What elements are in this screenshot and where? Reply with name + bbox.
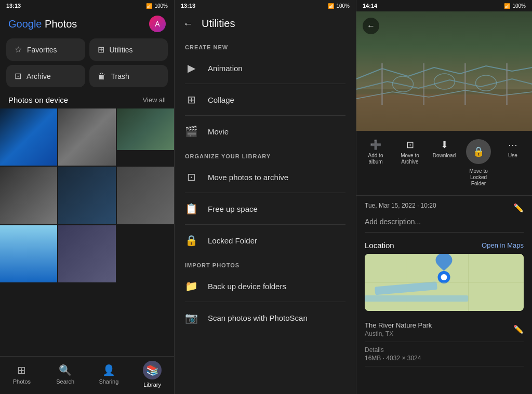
photoscan-item[interactable]: 📷 Scan photos with PhotoScan [175,304,356,331]
download-label: Download [433,153,456,159]
status-icons-2: 📶 100% [328,3,350,9]
photos-grid [0,108,174,284]
camera-icon: 📷 [185,311,197,324]
add-to-album-icon: ➕ [370,139,381,151]
status-time-2: 13:13 [181,3,195,9]
photos-section-title: Photos on device [8,96,68,104]
bottom-nav: ⊞ Photos 🔍 Search 👤 Sharing 📚 Library [0,356,174,394]
nav-sharing[interactable]: 👤 Sharing [87,364,131,385]
utilities-button[interactable]: ⊞ Utilities [89,38,168,61]
animation-item[interactable]: ▶ Animation [175,55,356,81]
status-bar-panel1: 13:13 📶 100% [0,0,174,11]
actions-bar: ➕ Add to album ⊡ Move to Archive ⬇ Downl… [356,131,532,196]
photo-thumb-2[interactable] [58,108,115,166]
backup-label: Back up device folders [208,282,286,291]
add-description[interactable]: Add description... [365,218,524,233]
svg-point-13 [441,274,447,280]
place-detail: Austin, TX [365,330,432,337]
divider-4 [185,224,345,225]
move-to-locked-action[interactable]: 🔒 Move to Locked Folder [461,137,496,189]
signal-icon-3: 📶 [504,3,510,9]
place-name: The River Nature Park [365,321,432,329]
battery-label: 100% [154,3,168,9]
movie-item[interactable]: 🎬 Movie [175,118,356,145]
place-name-row: The River Nature Park Austin, TX ✏️ [365,317,524,342]
google-photos-header: Google Photos A [0,11,174,38]
google-photos-title: Google Photos [8,18,77,30]
create-new-label: CREATE NEW [175,36,356,55]
status-icons-1: 📶 100% [146,3,168,9]
place-info: The River Nature Park Austin, TX [365,321,432,337]
collage-item[interactable]: ⊞ Collage [175,86,356,113]
photo-thumb-8[interactable] [58,225,115,282]
move-to-archive-action[interactable]: ⊡ Move to Archive [393,137,427,167]
file-info: 16MB · 4032 × 3024 [365,355,524,362]
download-icon: ⬇ [441,139,448,151]
quick-actions-grid: ☆ Favorites ⊞ Utilities ⊡ Archive 🗑 Tras… [0,38,174,93]
nav-photos[interactable]: ⊞ Photos [0,364,44,385]
photos-on-device-header: Photos on device View all [0,93,174,108]
nav-library[interactable]: 📚 Library [130,361,174,388]
animation-icon: ▶ [185,62,197,74]
locked-folder-label: Locked Folder [208,236,257,245]
map-thumbnail[interactable] [365,254,524,311]
search-nav-icon: 🔍 [59,364,72,376]
import-label: IMPORT PHOTOS [175,254,356,273]
add-to-album-action[interactable]: ➕ Add to album [358,137,393,167]
photo-thumb-5[interactable] [58,167,115,224]
free-space-icon: 📋 [185,202,197,215]
folder-icon: 📁 [185,280,197,292]
photos-nav-icon: ⊞ [17,364,26,376]
favorites-label: Favorites [27,46,57,54]
photo-thumb-4[interactable] [0,167,57,224]
use-action[interactable]: ⋯ Use [496,137,530,161]
utilities-panel: 13:13 📶 100% ← Utilities CREATE NEW ▶ An… [174,0,356,394]
view-all-link[interactable]: View all [142,96,166,104]
sharing-nav-icon: 👤 [102,364,115,376]
details-label: Details [365,346,524,354]
use-label: Use [508,153,517,159]
free-up-space-item[interactable]: 📋 Free up space [175,195,356,222]
grid-icon: ⊞ [98,45,104,55]
utilities-title: Utilities [202,18,235,30]
status-time-3: 14:14 [363,3,377,9]
signal-icon: 📶 [146,3,152,9]
move-archive-action-icon: ⊡ [406,139,414,151]
edit-date-icon[interactable]: ✏️ [513,203,524,213]
locked-action-icon: 🔒 [473,146,484,157]
lock-icon: 🔒 [185,234,197,247]
organize-label: ORGANIZE YOUR LIBRARY [175,145,356,164]
photoscan-label: Scan photos with PhotoScan [208,314,308,322]
photo-thumb-7[interactable] [0,225,57,282]
user-avatar[interactable]: A [149,16,166,32]
download-action[interactable]: ⬇ Download [427,137,461,161]
location-label: Location [365,241,394,250]
photo-back-button[interactable]: ← [363,18,379,34]
nav-search[interactable]: 🔍 Search [44,364,87,385]
photo-thumb-1[interactable] [0,108,57,166]
library-nav-icon: 📚 [146,364,159,376]
utilities-content: CREATE NEW ▶ Animation ⊞ Collage 🎬 Movie… [175,36,356,394]
archive-button[interactable]: ⊡ Archive [6,65,85,87]
divider-5 [185,302,345,302]
move-to-archive-item[interactable]: ⊡ Move photos to archive [175,164,356,191]
sharing-nav-label: Sharing [99,378,118,385]
battery-label-2: 100% [336,3,350,9]
backup-folders-item[interactable]: 📁 Back up device folders [175,273,356,300]
svg-rect-11 [365,295,469,302]
back-button[interactable]: ← [183,18,193,30]
photo-thumb-3[interactable] [117,108,174,166]
photo-date: Tue, Mar 15, 2022 · 10:20 [365,202,436,209]
collage-label: Collage [208,96,234,104]
locked-folder-item[interactable]: 🔒 Locked Folder [175,227,356,254]
open-maps-link[interactable]: Open in Maps [482,241,524,249]
library-nav-bg: 📚 [143,361,162,379]
search-nav-label: Search [56,378,74,385]
star-icon: ☆ [15,45,22,55]
collage-icon: ⊞ [185,93,197,106]
locked-action-label: Move to Locked Folder [463,168,494,187]
photo-thumb-6[interactable] [117,167,174,224]
favorites-button[interactable]: ☆ Favorites [6,38,85,61]
edit-place-icon[interactable]: ✏️ [513,324,524,334]
trash-button[interactable]: 🗑 Trash [89,65,168,87]
